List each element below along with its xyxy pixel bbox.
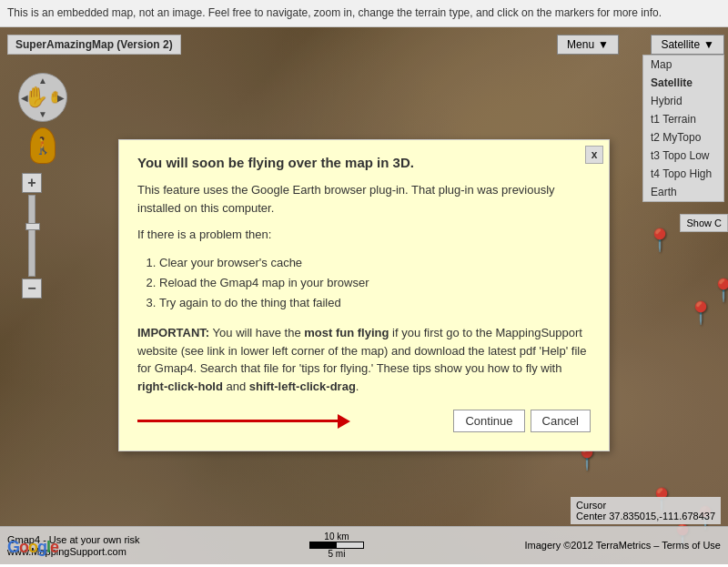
modal-para1: This feature uses the Google Earth brows… (137, 181, 591, 217)
modal-step-3: Try again to do the thing that failed (159, 293, 591, 313)
modal-overlay: x You will soon be flying over the map i… (0, 27, 728, 564)
top-info-text: This is an embedded map, not an image. F… (7, 6, 662, 19)
and-text: and (223, 380, 249, 393)
modal-step-2: Reload the Gmap4 map in your browser (159, 273, 591, 293)
important-bold: most fun flying (304, 326, 389, 339)
modal-important: IMPORTANT: You will have the most fun fl… (137, 324, 591, 395)
bold2: shift-left-click-drag (249, 380, 356, 393)
map-container[interactable]: SuperAmazingMap (Version 2) Menu ▼ Satel… (0, 27, 728, 564)
red-arrow (137, 414, 350, 429)
modal-steps-list: Clear your browser's cache Reload the Gm… (159, 253, 591, 313)
modal-problem-header: If there is a problem then: (137, 226, 591, 244)
modal-close-button[interactable]: x (585, 146, 603, 164)
cancel-button[interactable]: Cancel (531, 410, 591, 432)
important-text: You will have the (209, 326, 304, 339)
modal-title: You will soon be flying over the map in … (137, 155, 591, 170)
end-text: . (356, 380, 359, 393)
important-prefix: IMPORTANT: (137, 326, 209, 339)
bold1: right-click-hold (137, 380, 223, 393)
arrow-line (137, 420, 338, 422)
top-info-bar: This is an embedded map, not an image. F… (0, 0, 728, 27)
modal-dialog: x You will soon be flying over the map i… (118, 139, 610, 451)
modal-step-1: Clear your browser's cache (159, 253, 591, 273)
arrow-head (338, 414, 350, 429)
arrow-container (137, 414, 448, 429)
modal-footer: Continue Cancel (137, 410, 591, 432)
continue-button[interactable]: Continue (453, 410, 524, 432)
